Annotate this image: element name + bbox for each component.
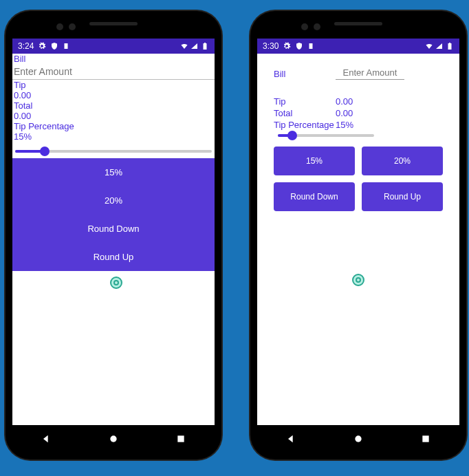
status-bar: 3:30: [257, 39, 459, 54]
nav-recent-icon[interactable]: [420, 433, 431, 444]
bill-label: Bill: [274, 69, 336, 79]
status-time: 3:24: [18, 41, 34, 51]
amount-input[interactable]: [12, 64, 215, 80]
round-down-button[interactable]: Round Down: [274, 182, 355, 211]
tip-pct-value: 15%: [12, 131, 215, 142]
touch-indicator-icon: [110, 277, 122, 289]
total-label: Total: [274, 108, 336, 118]
gear-icon: [38, 42, 46, 50]
total-value: 0.00: [12, 111, 215, 121]
round-down-button[interactable]: Round Down: [12, 215, 215, 243]
gear-icon: [283, 42, 291, 50]
bezel-top: [12, 18, 215, 39]
status-bar: 3:24: [12, 39, 215, 54]
tip-label: Tip: [274, 96, 336, 107]
signal-icon: [190, 42, 199, 50]
card-icon: [307, 42, 316, 50]
tip-15-button[interactable]: 15%: [274, 147, 355, 175]
nav-bar: [257, 425, 459, 453]
tip-slider[interactable]: [12, 142, 215, 158]
wifi-icon: [180, 42, 188, 50]
nav-back-icon[interactable]: [285, 433, 296, 444]
phone-frame-right: 3:30: [250, 11, 466, 459]
tip-pct-value: 15%: [336, 120, 353, 130]
touch-indicator-icon: [352, 274, 364, 286]
bezel-top: [257, 18, 459, 39]
svg-rect-3: [422, 435, 428, 442]
bill-label: Bill: [12, 54, 215, 64]
round-up-button[interactable]: Round Up: [12, 243, 215, 271]
tip-value: 0.00: [12, 90, 215, 100]
tip-value: 0.00: [336, 96, 353, 107]
card-icon: [63, 42, 71, 50]
nav-bar: [12, 425, 215, 453]
svg-point-2: [355, 435, 361, 442]
signal-icon: [435, 42, 444, 50]
status-time: 3:30: [263, 41, 279, 51]
tip-slider[interactable]: [274, 134, 443, 137]
amount-input[interactable]: [336, 67, 404, 80]
svg-point-0: [110, 435, 116, 442]
tip-label: Tip: [12, 80, 215, 90]
tip-20-button[interactable]: 20%: [12, 186, 215, 215]
shield-icon: [295, 42, 303, 50]
tip-pct-label: Tip Percentage: [12, 121, 215, 131]
svg-rect-1: [177, 435, 184, 442]
wifi-icon: [425, 42, 433, 50]
tip-20-button[interactable]: 20%: [362, 147, 443, 175]
total-label: Total: [12, 100, 215, 111]
tip-15-button[interactable]: 15%: [12, 158, 215, 186]
battery-icon: [201, 42, 209, 50]
tip-pct-label: Tip Percentage: [274, 120, 336, 130]
total-value: 0.00: [336, 108, 353, 118]
shield-icon: [50, 42, 58, 50]
phone-frame-left: 3:24: [6, 11, 221, 459]
nav-home-icon[interactable]: [108, 433, 119, 444]
battery-icon: [446, 42, 454, 50]
nav-recent-icon[interactable]: [175, 433, 186, 444]
nav-back-icon[interactable]: [41, 433, 52, 444]
round-up-button[interactable]: Round Up: [362, 182, 443, 211]
nav-home-icon[interactable]: [353, 433, 364, 444]
